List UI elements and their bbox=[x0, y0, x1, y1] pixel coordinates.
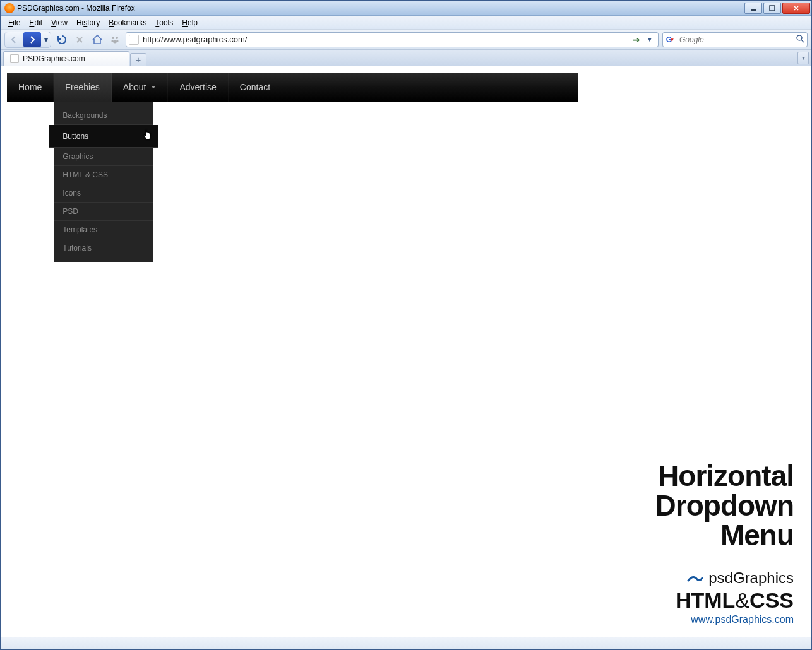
nav-home[interactable]: Home bbox=[7, 73, 54, 102]
tab-list-button[interactable]: ▾ bbox=[797, 52, 809, 64]
nav-advertise[interactable]: Advertise bbox=[168, 73, 228, 102]
dropdown-item-htmlcss[interactable]: HTML & CSS bbox=[54, 166, 153, 184]
horizontal-menu: Home Freebies Backgrounds Buttons Graphi… bbox=[7, 73, 578, 102]
chevron-down-icon bbox=[151, 86, 156, 88]
pointer-cursor-icon bbox=[142, 129, 152, 143]
page-icon bbox=[129, 35, 139, 45]
search-icon[interactable] bbox=[796, 34, 804, 45]
address-dropdown-icon[interactable]: ▼ bbox=[644, 36, 655, 43]
nav-about[interactable]: About bbox=[112, 73, 169, 102]
svg-point-7 bbox=[797, 35, 802, 40]
headline-line2: Dropdown bbox=[655, 491, 794, 521]
brand-row: psdGraphics bbox=[655, 569, 794, 587]
headline-line3: Menu bbox=[655, 521, 794, 550]
reload-button[interactable] bbox=[55, 33, 69, 47]
tab-page-icon bbox=[10, 54, 19, 63]
menu-history[interactable]: History bbox=[73, 17, 104, 28]
nav-label: Advertise bbox=[179, 82, 216, 92]
new-tab-button[interactable]: + bbox=[130, 53, 146, 66]
nav-label: Freebies bbox=[65, 82, 99, 92]
nav-label: Home bbox=[18, 82, 42, 92]
dropdown-item-backgrounds[interactable]: Backgrounds bbox=[54, 107, 153, 125]
tab-label: PSDGraphics.com bbox=[23, 54, 85, 63]
tab-strip: PSDGraphics.com + ▾ bbox=[1, 50, 811, 66]
svg-point-6 bbox=[113, 40, 117, 43]
watermark: Horizontal Dropdown Menu psdGraphics HTM… bbox=[655, 461, 794, 625]
dropdown-freebies: Backgrounds Buttons Graphics HTML & CSS … bbox=[54, 102, 153, 262]
dropdown-item-templates[interactable]: Templates bbox=[54, 221, 153, 239]
window-title: PSDGraphics.com - Mozilla Firefox bbox=[17, 4, 135, 13]
dropdown-item-graphics[interactable]: Graphics bbox=[54, 148, 153, 166]
search-input[interactable] bbox=[679, 35, 792, 44]
history-dropdown-icon[interactable]: ▾ bbox=[42, 35, 51, 44]
paw-icon[interactable] bbox=[108, 33, 122, 47]
address-bar[interactable]: ➔ ▼ bbox=[126, 32, 659, 47]
back-button[interactable] bbox=[5, 32, 23, 47]
menu-bookmarks[interactable]: Bookmarks bbox=[105, 17, 150, 28]
svg-rect-1 bbox=[770, 6, 775, 11]
dropdown-item-buttons[interactable]: Buttons bbox=[49, 125, 158, 148]
home-button[interactable] bbox=[90, 33, 104, 47]
menu-help[interactable]: Help bbox=[178, 17, 201, 28]
dropdown-item-tutorials[interactable]: Tutorials bbox=[54, 239, 153, 257]
nav-label: Contact bbox=[240, 82, 270, 92]
status-bar bbox=[1, 637, 811, 649]
window-controls bbox=[744, 3, 810, 14]
google-icon: G▾ bbox=[666, 35, 676, 45]
stop-button[interactable] bbox=[73, 33, 87, 47]
page-content: Home Freebies Backgrounds Buttons Graphi… bbox=[1, 66, 811, 637]
tab-psdgraphics[interactable]: PSDGraphics.com bbox=[3, 51, 129, 66]
svg-point-3 bbox=[116, 37, 118, 39]
headline-line1: Horizontal bbox=[655, 461, 794, 491]
search-box[interactable]: G▾ bbox=[662, 32, 808, 47]
navigation-toolbar: ▾ ➔ ▼ G▾ bbox=[1, 30, 811, 50]
menu-view[interactable]: View bbox=[47, 17, 71, 28]
svg-point-2 bbox=[112, 37, 114, 39]
nav-freebies[interactable]: Freebies Backgrounds Buttons Graphics HT… bbox=[54, 73, 111, 102]
psdgraphics-logo-icon bbox=[687, 572, 703, 584]
firefox-icon bbox=[4, 3, 15, 13]
nav-label: About bbox=[123, 82, 146, 92]
minimize-button[interactable] bbox=[744, 3, 762, 14]
maximize-button[interactable] bbox=[763, 3, 781, 14]
go-button[interactable]: ➔ bbox=[633, 35, 640, 45]
htmlcss-text: HTML&CSS bbox=[655, 588, 794, 613]
svg-rect-0 bbox=[751, 9, 756, 11]
close-button[interactable] bbox=[782, 3, 810, 14]
brand-text: psdGraphics bbox=[708, 569, 794, 587]
menu-tools[interactable]: Tools bbox=[152, 17, 177, 28]
forward-button[interactable] bbox=[23, 32, 41, 47]
dropdown-item-psd[interactable]: PSD bbox=[54, 203, 153, 221]
menubar: File Edit View History Bookmarks Tools H… bbox=[1, 16, 811, 30]
back-forward-group: ▾ bbox=[4, 32, 51, 48]
menu-file[interactable]: File bbox=[4, 17, 24, 28]
dropdown-item-icons[interactable]: Icons bbox=[54, 184, 153, 203]
nav-contact[interactable]: Contact bbox=[229, 73, 282, 102]
titlebar: PSDGraphics.com - Mozilla Firefox bbox=[1, 1, 811, 16]
url-input[interactable] bbox=[143, 35, 629, 44]
menu-edit[interactable]: Edit bbox=[25, 17, 46, 28]
brand-url: www.psdGraphics.com bbox=[655, 614, 794, 625]
